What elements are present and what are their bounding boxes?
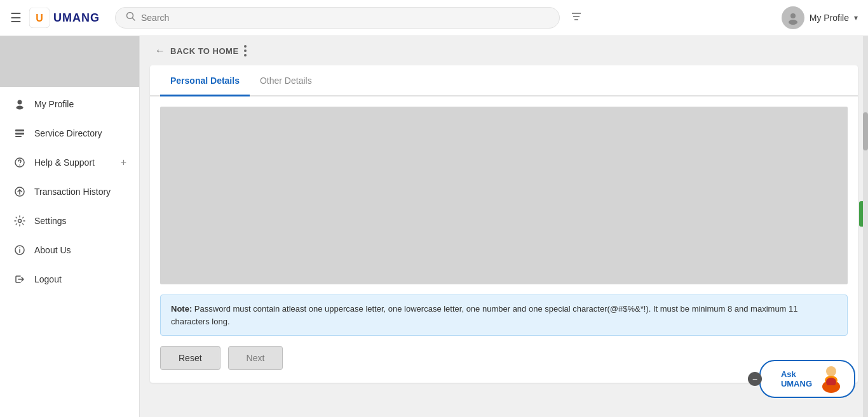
ask-umang-widget[interactable]: − AskUMANG bbox=[748, 360, 855, 398]
ask-umang-label: AskUMANG bbox=[781, 369, 812, 388]
logo-icon: U bbox=[29, 8, 50, 28]
logo: U UMANG bbox=[29, 8, 100, 28]
main-layout: My Profile Service Directory Help & Supp… bbox=[0, 36, 868, 417]
back-arrow-icon[interactable]: ← bbox=[155, 45, 165, 56]
note-prefix: Note: bbox=[171, 304, 192, 314]
svg-point-14 bbox=[15, 158, 24, 167]
search-bar[interactable] bbox=[115, 7, 560, 29]
sidebar-item-transaction-history[interactable]: Transaction History bbox=[0, 177, 139, 206]
avatar bbox=[782, 6, 804, 29]
green-accent-bar bbox=[859, 201, 863, 227]
sidebar-item-about-us[interactable]: About Us bbox=[0, 235, 139, 265]
sidebar-item-settings[interactable]: Settings bbox=[0, 206, 139, 235]
scrollbar-thumb[interactable] bbox=[863, 112, 868, 150]
tab-other-details[interactable]: Other Details bbox=[250, 65, 322, 96]
sidebar-item-label: My Profile bbox=[34, 99, 126, 109]
sidebar-item-label: Settings bbox=[34, 216, 126, 226]
note-text: Password must contain atleast one upperc… bbox=[171, 304, 798, 326]
chevron-down-icon: ▾ bbox=[854, 13, 858, 22]
sidebar-item-label: Logout bbox=[34, 274, 126, 284]
svg-point-7 bbox=[790, 13, 796, 18]
sidebar-user-area bbox=[0, 36, 139, 87]
svg-point-18 bbox=[18, 220, 22, 223]
next-button[interactable]: Next bbox=[228, 346, 283, 370]
minimize-icon[interactable]: − bbox=[748, 372, 762, 386]
help-icon bbox=[13, 156, 27, 169]
profile-menu[interactable]: My Profile ▾ bbox=[782, 6, 858, 29]
settings-icon bbox=[13, 214, 27, 228]
svg-rect-13 bbox=[15, 136, 22, 137]
sidebar-item-label: Help & Support bbox=[34, 157, 113, 168]
logout-icon bbox=[13, 272, 27, 286]
back-home-label[interactable]: BACK TO HOME bbox=[170, 46, 239, 56]
sidebar-item-service-directory[interactable]: Service Directory bbox=[0, 119, 139, 148]
header: ☰ U UMANG My Profile bbox=[0, 0, 868, 36]
svg-rect-12 bbox=[15, 133, 24, 135]
sidebar-item-logout[interactable]: Logout bbox=[0, 265, 139, 294]
service-directory-icon bbox=[13, 126, 27, 140]
svg-point-15 bbox=[19, 164, 20, 166]
sidebar: My Profile Service Directory Help & Supp… bbox=[0, 36, 140, 417]
profile-card: Personal Details Other Details Note: Pas… bbox=[150, 65, 858, 383]
form-placeholder bbox=[160, 107, 848, 284]
sidebar-item-label: About Us bbox=[34, 245, 126, 255]
svg-rect-11 bbox=[15, 129, 24, 131]
svg-point-21 bbox=[19, 248, 20, 249]
scrollbar[interactable] bbox=[863, 36, 868, 417]
expand-icon[interactable]: + bbox=[121, 157, 126, 168]
more-options-icon[interactable] bbox=[244, 45, 247, 56]
search-icon bbox=[126, 11, 136, 24]
tab-personal-details[interactable]: Personal Details bbox=[160, 65, 250, 96]
search-input[interactable] bbox=[141, 13, 549, 23]
info-icon bbox=[13, 243, 27, 257]
reset-button[interactable]: Reset bbox=[160, 346, 220, 370]
svg-point-10 bbox=[17, 106, 24, 110]
sidebar-item-my-profile[interactable]: My Profile bbox=[0, 89, 139, 119]
password-note: Note: Password must contain atleast one … bbox=[160, 295, 848, 336]
sidebar-item-label: Service Directory bbox=[34, 128, 126, 138]
svg-point-9 bbox=[18, 100, 22, 105]
profile-icon bbox=[13, 97, 27, 111]
sidebar-item-help-support[interactable]: Help & Support + bbox=[0, 148, 139, 177]
transaction-icon bbox=[13, 185, 27, 199]
tabs-bar: Personal Details Other Details bbox=[150, 65, 858, 96]
svg-text:U: U bbox=[36, 13, 43, 23]
profile-label: My Profile bbox=[810, 13, 849, 23]
back-bar: ← BACK TO HOME bbox=[140, 36, 868, 65]
filter-icon[interactable] bbox=[570, 10, 583, 26]
svg-point-25 bbox=[827, 367, 835, 375]
sidebar-item-label: Transaction History bbox=[34, 187, 126, 197]
umang-figure-icon bbox=[816, 364, 846, 394]
svg-point-8 bbox=[789, 20, 797, 25]
ask-umang-bubble[interactable]: AskUMANG bbox=[759, 360, 855, 398]
svg-line-3 bbox=[133, 18, 135, 21]
hamburger-menu-icon[interactable]: ☰ bbox=[10, 10, 22, 25]
logo-text: UMANG bbox=[53, 11, 100, 25]
